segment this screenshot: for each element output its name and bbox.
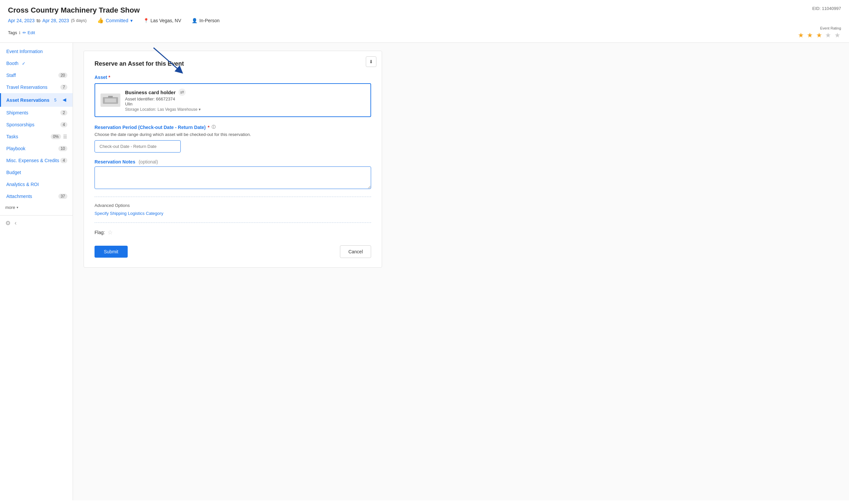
header: Cross Country Machinery Trade Show EID: …	[0, 0, 849, 43]
asset-image-svg	[102, 94, 119, 106]
reservation-period-text: Reservation Period (Check-out Date - Ret…	[94, 125, 205, 130]
sponsorships-badge: 4	[60, 122, 67, 127]
more-dropdown-icon: ▾	[17, 205, 18, 209]
header-bottom: Tags ℹ ✏ Edit Event Rating ★ ★ ★ ★ ★	[8, 26, 841, 39]
staff-badge: 20	[58, 73, 67, 78]
sidebar-item-misc-expenses[interactable]: Misc. Expenses & Credits 4	[0, 155, 73, 166]
reservation-sublabel: Choose the date range during which asset…	[94, 132, 371, 137]
date-range-input[interactable]	[94, 140, 181, 152]
sponsorships-label: Sponsorships	[6, 122, 35, 127]
tasks-label: Tasks	[6, 134, 18, 139]
date-days: (5 days)	[71, 18, 87, 23]
share-icon[interactable]: ⇄	[178, 89, 186, 96]
notes-optional: (optional)	[139, 159, 158, 164]
form-title: Reserve an Asset for this Event	[94, 60, 371, 67]
travel-reservations-label: Travel Reservations	[6, 85, 48, 90]
tags-info-icon[interactable]: ℹ	[19, 31, 21, 35]
header-mid: Apr 24, 2023 to Apr 28, 2023 (5 days) 👍 …	[8, 17, 841, 23]
sidebar-item-label: Budget	[6, 170, 21, 175]
date-range: Apr 24, 2023 to Apr 28, 2023 (5 days)	[8, 18, 87, 23]
event-stars[interactable]: ★ ★ ★ ★ ★	[798, 31, 841, 39]
task-list-icon[interactable]: ☰	[63, 134, 67, 139]
misc-badge: 4	[60, 158, 67, 163]
sidebar-item-budget[interactable]: Budget	[0, 166, 73, 178]
sidebar-item-label: Shipments	[6, 110, 28, 115]
reservation-period-label: Reservation Period (Check-out Date - Ret…	[94, 124, 371, 130]
asset-label-text: Asset	[94, 75, 107, 80]
sidebar-item-playbook[interactable]: Playbook 10	[0, 143, 73, 155]
booth-checkmark-icon: ✓	[22, 61, 25, 66]
sidebar-item-label: Analytics & ROI	[6, 182, 39, 187]
flag-star-icon[interactable]: ☆	[107, 229, 113, 236]
asset-reservations-label: Asset Reservations	[6, 97, 50, 103]
asset-field-label: Asset *	[94, 75, 371, 80]
required-indicator-2: *	[207, 125, 209, 130]
event-information-label: Event Information	[6, 49, 43, 54]
storage-dropdown-icon[interactable]: ▾	[199, 107, 201, 112]
asset-reservations-badge: 5	[52, 97, 59, 103]
budget-label: Budget	[6, 170, 21, 175]
attachments-label: Attachments	[6, 194, 32, 199]
reservation-info-icon[interactable]: ⓘ	[212, 124, 216, 130]
asset-name: Business card holder ⇄	[125, 89, 365, 96]
sidebar-item-label: Attachments	[6, 194, 32, 199]
svg-rect-2	[105, 98, 116, 103]
thumbs-up-icon: 👍	[97, 17, 104, 23]
star-3[interactable]: ★	[816, 32, 823, 39]
booth-label: Booth	[6, 61, 19, 66]
person-icon: 👤	[192, 18, 197, 23]
form-card: ⬇ Reserve an Asset for this Event	[84, 51, 382, 268]
header-top: Cross Country Machinery Trade Show EID: …	[8, 6, 841, 15]
notes-textarea[interactable]	[94, 166, 371, 189]
star-1[interactable]: ★	[798, 32, 805, 39]
event-title: Cross Country Machinery Trade Show	[8, 6, 140, 15]
eid: EID: 11040997	[812, 6, 841, 11]
sidebar-item-attachments[interactable]: Attachments 37	[0, 190, 73, 202]
committed-button[interactable]: 👍 Committed ▾	[97, 17, 133, 23]
star-4[interactable]: ★	[825, 32, 832, 39]
advanced-options-label: Advanced Options	[94, 203, 371, 208]
svg-rect-3	[108, 96, 113, 98]
sidebar-item-label: Travel Reservations	[6, 85, 48, 90]
settings-icon[interactable]: ⚙	[5, 219, 11, 227]
submit-button[interactable]: Submit	[94, 246, 128, 258]
advanced-options-section: Advanced Options Specify Shipping Logist…	[94, 203, 371, 216]
cancel-button[interactable]: Cancel	[340, 245, 371, 258]
sidebar-item-event-information[interactable]: Event Information	[0, 46, 73, 57]
flag-label: Flag:	[94, 230, 105, 235]
star-2[interactable]: ★	[807, 32, 814, 39]
sidebar-item-shipments[interactable]: Shipments 2	[0, 107, 73, 119]
page-wrapper: Cross Country Machinery Trade Show EID: …	[0, 0, 849, 504]
shipping-logistics-link[interactable]: Specify Shipping Logistics Category	[94, 211, 163, 216]
in-person: 👤 In-Person	[192, 18, 219, 23]
collapse-icon[interactable]: ‹	[15, 219, 17, 227]
sidebar-item-analytics-roi[interactable]: Analytics & ROI	[0, 178, 73, 190]
sidebar-arrow-icon: ◄	[61, 96, 67, 104]
asset-thumbnail	[101, 93, 120, 107]
active-indicator: 5 ◄	[52, 96, 67, 104]
more-button[interactable]: more ▾	[0, 202, 73, 213]
tags-row: Tags ℹ ✏ Edit	[8, 30, 35, 35]
asset-selector[interactable]: Business card holder ⇄ Asset Identifier:…	[94, 83, 371, 117]
sidebar-item-label: Staff	[6, 73, 16, 78]
date-start[interactable]: Apr 24, 2023	[8, 18, 35, 23]
sidebar-item-sponsorships[interactable]: Sponsorships 4	[0, 119, 73, 131]
divider-1	[94, 197, 371, 197]
asset-id-value: 66672374	[156, 96, 175, 102]
sidebar-item-tasks[interactable]: Tasks 0% ☰	[0, 131, 73, 143]
storage-value: Las Vegas Warehouse	[158, 107, 197, 112]
reservation-period-section: Reservation Period (Check-out Date - Ret…	[94, 124, 371, 152]
notes-section: Reservation Notes (optional)	[94, 159, 371, 190]
committed-label: Committed	[106, 18, 128, 23]
star-5[interactable]: ★	[834, 32, 841, 39]
download-button[interactable]: ⬇	[366, 56, 376, 67]
shipments-badge: 2	[60, 110, 67, 115]
sidebar-item-asset-reservations[interactable]: Asset Reservations 5 ◄	[0, 93, 73, 107]
sidebar-item-label: Booth ✓	[6, 61, 25, 66]
sidebar-item-travel-reservations[interactable]: Travel Reservations 7	[0, 81, 73, 93]
edit-link[interactable]: ✏ Edit	[22, 30, 35, 35]
sidebar-item-staff[interactable]: Staff 20	[0, 69, 73, 81]
sidebar-item-booth[interactable]: Booth ✓	[0, 57, 73, 69]
asset-name-text: Business card holder	[125, 90, 176, 95]
date-end[interactable]: Apr 28, 2023	[42, 18, 69, 23]
